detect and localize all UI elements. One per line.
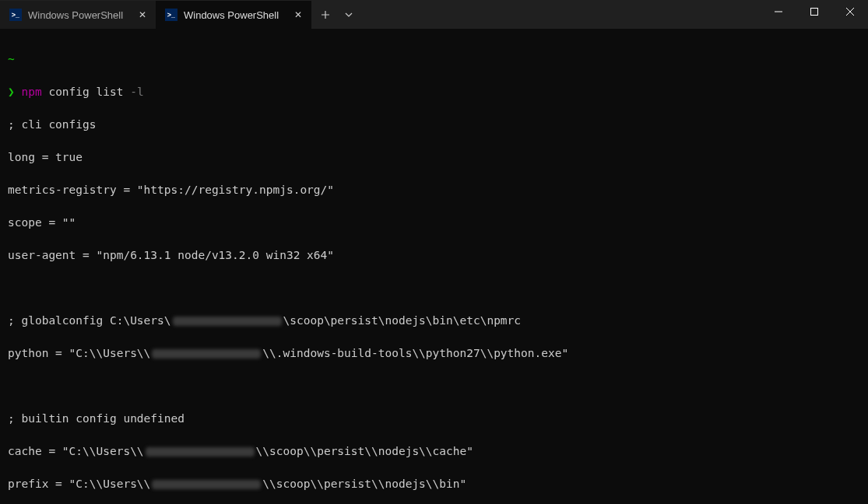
output-line: prefix = "C:\\Users\\\\scoop\\persist\\n… (8, 476, 860, 492)
close-window-button[interactable] (832, 0, 868, 23)
powershell-icon: >_ (9, 9, 22, 21)
output-line: ; builtin config undefined (8, 411, 860, 427)
close-icon[interactable]: ✕ (291, 8, 305, 22)
output-line: scope = "" (8, 215, 860, 231)
plus-icon (321, 10, 330, 19)
output-line: long = true (8, 149, 860, 166)
output-line: user-agent = "npm/6.13.1 node/v13.2.0 wi… (8, 247, 860, 264)
minimize-icon (775, 8, 782, 16)
tab-dropdown-button[interactable] (338, 4, 360, 26)
output-line (8, 378, 860, 394)
maximize-icon (810, 8, 818, 16)
redacted-text (152, 480, 261, 489)
new-tab-button[interactable] (315, 4, 336, 26)
window-controls (761, 0, 868, 25)
svg-rect-0 (811, 9, 818, 16)
command-flag: -l (130, 86, 143, 98)
tab-powershell-1[interactable]: >_ Windows PowerShell ✕ (0, 1, 156, 29)
tab-strip: >_ Windows PowerShell ✕ >_ Windows Power… (0, 0, 360, 29)
command-args: config list (48, 86, 123, 98)
redacted-text (152, 349, 261, 359)
output-line: python = "C:\\Users\\\\.windows-build-to… (8, 345, 860, 362)
close-icon (846, 8, 854, 16)
titlebar: >_ Windows PowerShell ✕ >_ Windows Power… (0, 0, 868, 29)
prompt-tilde: ~ (8, 53, 15, 65)
output-line: metrics-registry = "https://registry.npm… (8, 182, 860, 198)
close-icon[interactable]: ✕ (135, 8, 149, 22)
tab-powershell-2[interactable]: >_ Windows PowerShell ✕ (156, 1, 311, 29)
output-line (8, 280, 860, 296)
terminal-content[interactable]: ~ ❯ npm config list -l ; cli configs lon… (0, 29, 868, 504)
output-line: cache = "C:\\Users\\\\scoop\\persist\\no… (8, 443, 860, 460)
tab-title: Windows PowerShell (28, 9, 129, 21)
minimize-button[interactable] (761, 0, 796, 23)
powershell-icon: >_ (165, 9, 177, 21)
chevron-down-icon (344, 10, 353, 19)
output-line: ; globalconfig C:\Users\\scoop\persist\n… (8, 313, 860, 329)
prompt-arrow: ❯ (8, 86, 15, 98)
maximize-button[interactable] (796, 0, 832, 23)
redacted-text (173, 317, 282, 326)
output-line: ; cli configs (8, 117, 860, 133)
tab-actions (311, 1, 360, 29)
redacted-text (146, 447, 255, 457)
command: npm (21, 86, 41, 98)
tab-title: Windows PowerShell (184, 9, 285, 21)
